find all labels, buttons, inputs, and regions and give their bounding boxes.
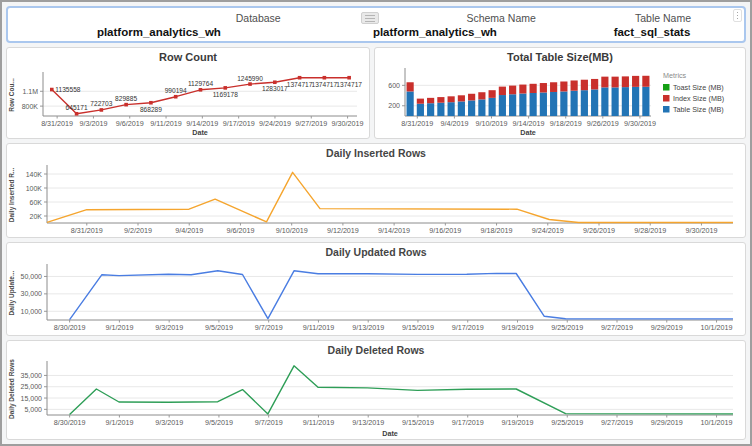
svg-text:800K: 800K bbox=[22, 103, 39, 110]
svg-text:9/3/2019: 9/3/2019 bbox=[79, 119, 107, 128]
svg-text:10/1/2019: 10/1/2019 bbox=[701, 418, 733, 427]
svg-text:9/14/2019: 9/14/2019 bbox=[378, 226, 410, 235]
svg-text:9/10/2019: 9/10/2019 bbox=[476, 119, 508, 128]
svg-text:100K: 100K bbox=[26, 185, 43, 192]
svg-text:9/17/2019: 9/17/2019 bbox=[223, 119, 255, 128]
svg-text:1374717: 1374717 bbox=[336, 81, 362, 88]
svg-text:Toast Size (MB): Toast Size (MB) bbox=[673, 83, 724, 92]
svg-text:20K: 20K bbox=[30, 213, 43, 220]
svg-text:9/15/2019: 9/15/2019 bbox=[402, 418, 434, 427]
svg-text:9/26/2019: 9/26/2019 bbox=[583, 226, 615, 235]
svg-text:Daily Update...: Daily Update... bbox=[8, 270, 16, 315]
svg-text:990194: 990194 bbox=[165, 87, 187, 94]
svg-text:1135558: 1135558 bbox=[55, 86, 81, 93]
svg-text:9/10/2019: 9/10/2019 bbox=[276, 226, 308, 235]
daily-updated-panel: Daily Updated Rows 10,00030,00050,0008/3… bbox=[6, 242, 746, 336]
svg-text:9/26/2019: 9/26/2019 bbox=[587, 119, 619, 128]
svg-text:9/30/2019: 9/30/2019 bbox=[624, 119, 656, 128]
hamburger-icon[interactable] bbox=[361, 12, 379, 24]
svg-text:Daily Deleted Rows: Daily Deleted Rows bbox=[8, 359, 16, 419]
svg-text:9/24/2019: 9/24/2019 bbox=[532, 226, 564, 235]
svg-text:9/11/2019: 9/11/2019 bbox=[150, 119, 181, 128]
svg-text:9/3/2019: 9/3/2019 bbox=[155, 418, 183, 427]
svg-text:1.1M: 1.1M bbox=[22, 88, 38, 95]
svg-text:10/1/2019: 10/1/2019 bbox=[701, 323, 733, 332]
database-label: Database bbox=[236, 12, 281, 24]
svg-text:8/31/2019: 8/31/2019 bbox=[41, 119, 73, 128]
svg-text:9/27/2019: 9/27/2019 bbox=[601, 418, 633, 427]
svg-text:9/25/2019: 9/25/2019 bbox=[551, 418, 583, 427]
svg-text:9/28/2019: 9/28/2019 bbox=[634, 226, 666, 235]
svg-text:35,000: 35,000 bbox=[21, 372, 43, 379]
table-size-chart: 2006008/31/20199/4/20199/10/20199/14/201… bbox=[375, 65, 745, 137]
svg-text:9/11/2019: 9/11/2019 bbox=[303, 323, 334, 332]
svg-text:9/6/2019: 9/6/2019 bbox=[226, 226, 254, 235]
svg-text:9/30/2019: 9/30/2019 bbox=[332, 119, 364, 128]
svg-text:Date: Date bbox=[192, 128, 208, 137]
svg-text:8/30/2019: 8/30/2019 bbox=[54, 323, 86, 332]
svg-text:1245990: 1245990 bbox=[237, 75, 263, 82]
svg-text:Date: Date bbox=[520, 128, 536, 137]
svg-text:9/3/2019: 9/3/2019 bbox=[155, 323, 183, 332]
schema-name-value: platform_analytics_wh bbox=[373, 26, 497, 38]
svg-text:9/4/2019: 9/4/2019 bbox=[175, 226, 203, 235]
svg-text:1129764: 1129764 bbox=[188, 80, 214, 87]
svg-text:9/13/2019: 9/13/2019 bbox=[352, 418, 384, 427]
svg-text:60K: 60K bbox=[30, 199, 43, 206]
svg-text:Row Cou...: Row Cou... bbox=[8, 78, 15, 112]
svg-text:1374717: 1374717 bbox=[287, 81, 313, 88]
svg-text:9/24/2019: 9/24/2019 bbox=[259, 119, 291, 128]
row-count-title: Row Count bbox=[7, 48, 369, 65]
svg-text:140K: 140K bbox=[26, 171, 43, 178]
svg-text:8/30/2019: 8/30/2019 bbox=[54, 418, 86, 427]
svg-text:Table Size (MB): Table Size (MB) bbox=[673, 105, 724, 114]
dashboard: Database platform_analytics_wh Schema Na… bbox=[0, 0, 752, 446]
svg-text:9/7/2019: 9/7/2019 bbox=[255, 323, 283, 332]
svg-text:9/1/2019: 9/1/2019 bbox=[105, 418, 133, 427]
svg-text:5,000: 5,000 bbox=[24, 406, 42, 413]
table-name-label: Table Name bbox=[635, 12, 691, 24]
daily-deleted-panel: Daily Deleted Rows 5,00015,00025,00035,0… bbox=[6, 340, 746, 440]
svg-text:8/31/2019: 8/31/2019 bbox=[71, 226, 103, 235]
svg-text:9/18/2019: 9/18/2019 bbox=[481, 226, 513, 235]
svg-text:9/19/2019: 9/19/2019 bbox=[501, 323, 533, 332]
svg-text:9/6/2019: 9/6/2019 bbox=[116, 119, 144, 128]
daily-deleted-chart: 5,00015,00025,00035,0008/30/20199/1/2019… bbox=[7, 358, 745, 438]
row-count-chart: 800K1.1M8/31/20199/3/20199/6/20199/11/20… bbox=[7, 65, 369, 137]
context-header: Database platform_analytics_wh Schema Na… bbox=[6, 6, 746, 43]
svg-text:9/5/2019: 9/5/2019 bbox=[205, 323, 233, 332]
kebab-icon[interactable] bbox=[733, 9, 742, 22]
svg-text:9/19/2019: 9/19/2019 bbox=[501, 418, 533, 427]
svg-text:15,000: 15,000 bbox=[21, 395, 43, 402]
schema-name-label: Schema Name bbox=[466, 12, 535, 24]
svg-text:9/12/2019: 9/12/2019 bbox=[327, 226, 359, 235]
svg-text:9/30/2019: 9/30/2019 bbox=[685, 226, 717, 235]
svg-text:200: 200 bbox=[388, 102, 400, 109]
svg-text:9/13/2019: 9/13/2019 bbox=[352, 323, 384, 332]
svg-text:722703: 722703 bbox=[90, 100, 112, 107]
daily-updated-chart: 10,00030,00050,0008/30/20199/1/20199/3/2… bbox=[7, 260, 745, 334]
svg-text:829885: 829885 bbox=[115, 95, 137, 102]
daily-updated-title: Daily Updated Rows bbox=[7, 243, 745, 260]
svg-text:645171: 645171 bbox=[66, 104, 88, 111]
daily-inserted-title: Daily Inserted Rows bbox=[7, 144, 745, 161]
svg-text:9/27/2019: 9/27/2019 bbox=[601, 323, 633, 332]
svg-text:9/15/2019: 9/15/2019 bbox=[402, 323, 434, 332]
svg-text:9/25/2019: 9/25/2019 bbox=[551, 323, 583, 332]
svg-text:30,000: 30,000 bbox=[21, 290, 43, 297]
svg-text:1283017: 1283017 bbox=[262, 85, 288, 92]
database-value: platform_analytics_wh bbox=[97, 26, 221, 38]
svg-text:600: 600 bbox=[388, 82, 400, 89]
svg-text:1374717: 1374717 bbox=[312, 81, 338, 88]
svg-text:9/2/2019: 9/2/2019 bbox=[124, 226, 152, 235]
table-size-panel: Total Table Size(MB) 2006008/31/20199/4/… bbox=[374, 47, 746, 139]
daily-inserted-panel: Daily Inserted Rows 20K60K100K140K8/31/2… bbox=[6, 143, 746, 238]
svg-text:868289: 868289 bbox=[140, 106, 162, 113]
svg-text:1169178: 1169178 bbox=[213, 91, 239, 98]
svg-text:8/31/2019: 8/31/2019 bbox=[401, 119, 433, 128]
svg-text:25,000: 25,000 bbox=[21, 383, 43, 390]
svg-text:9/17/2019: 9/17/2019 bbox=[452, 418, 484, 427]
svg-text:9/27/2019: 9/27/2019 bbox=[295, 119, 327, 128]
daily-deleted-title: Daily Deleted Rows bbox=[7, 341, 745, 358]
svg-text:Date: Date bbox=[382, 429, 398, 438]
